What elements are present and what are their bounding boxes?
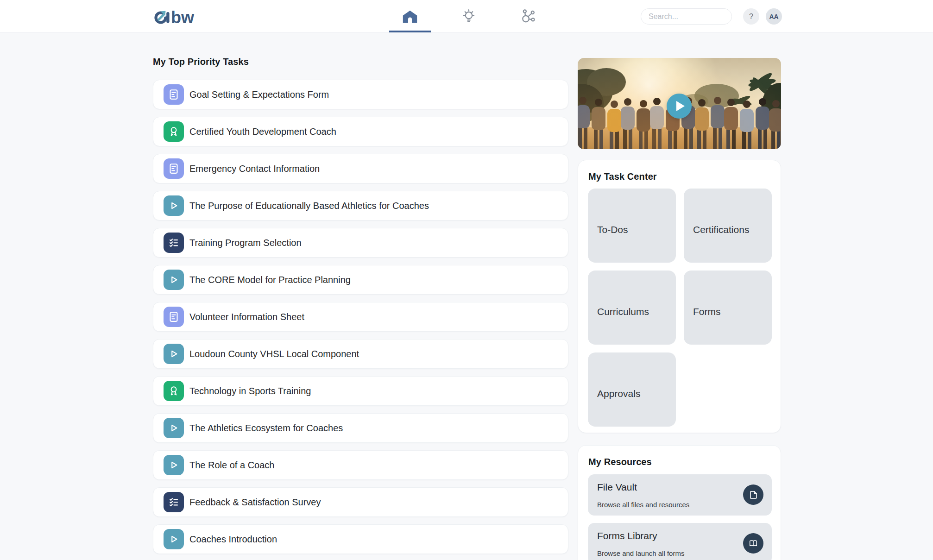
task-label: Emergency Contact Information [189, 164, 320, 174]
tasks-section-title: My Top Priority Tasks [153, 57, 249, 67]
tile-label: Curriculums [597, 306, 649, 317]
task-label: The Role of a Coach [189, 460, 274, 471]
certification-icon [164, 381, 184, 401]
task-item[interactable]: Goal Setting & Expectations Form [153, 80, 568, 109]
play-icon [676, 101, 685, 111]
nav-ideas-button[interactable] [459, 6, 479, 27]
task-label: Training Program Selection [189, 238, 302, 248]
task-item[interactable]: The Athletics Ecosystem for Coaches [153, 413, 568, 443]
nav-integrations-button[interactable] [517, 6, 538, 27]
play-icon [164, 195, 184, 216]
form-icon [164, 158, 184, 179]
task-label: Certified Youth Development Coach [189, 126, 336, 137]
resource-subtitle: Browse and launch all forms [597, 549, 684, 557]
task-item[interactable]: Feedback & Satisfaction Survey [153, 487, 568, 517]
task-item[interactable]: The Role of a Coach [153, 450, 568, 480]
task-center-card: My Task Center To-Dos Certifications Cur… [578, 160, 781, 433]
task-label: The CORE Model for Practice Planning [189, 275, 351, 285]
top-priority-task-list: Goal Setting & Expectations Form Certifi… [153, 80, 568, 560]
task-item[interactable]: Training Program Selection [153, 228, 568, 258]
resources-title: My Resources [588, 457, 652, 467]
task-item[interactable]: Volunteer Information Sheet [153, 302, 568, 332]
resource-list: File Vault Browse all files and resource… [588, 474, 772, 560]
nav-home-button[interactable] [400, 6, 420, 27]
tile-label: Approvals [597, 388, 640, 399]
play-icon [164, 418, 184, 438]
tile-label: Forms [693, 306, 721, 317]
task-label: Coaches Introduction [189, 534, 277, 545]
task-item[interactable]: Loudoun County VHSL Local Component [153, 339, 568, 369]
form-icon [164, 307, 184, 327]
play-icon [164, 344, 184, 364]
task-item[interactable]: Emergency Contact Information [153, 154, 568, 183]
task-label: Goal Setting & Expectations Form [189, 89, 329, 100]
search-box [641, 8, 732, 25]
checklist-icon [164, 233, 184, 253]
checklist-icon [164, 492, 184, 512]
tile-certifications[interactable]: Certifications [684, 189, 772, 263]
task-label: Feedback & Satisfaction Survey [189, 497, 321, 508]
task-item[interactable]: Coaches Introduction [153, 524, 568, 554]
form-icon [164, 84, 184, 105]
resource-forms-library[interactable]: Forms Library Browse and launch all form… [588, 523, 772, 560]
tile-approvals[interactable]: Approvals [588, 352, 676, 427]
task-item[interactable]: Technology in Sports Training [153, 376, 568, 406]
task-label: Volunteer Information Sheet [189, 312, 304, 322]
task-label: The Purpose of Educationally Based Athle… [189, 201, 429, 211]
search-input[interactable] [641, 13, 732, 21]
active-tab-underline [389, 31, 431, 32]
book-icon [743, 533, 763, 554]
app-header: bw ? AA [0, 0, 933, 32]
task-center-grid: To-Dos Certifications Curriculums Forms … [588, 189, 772, 427]
resources-card: My Resources File Vault Browse all files… [578, 445, 781, 560]
network-icon [519, 8, 536, 25]
primary-nav [0, 0, 933, 32]
task-label: The Athletics Ecosystem for Coaches [189, 423, 343, 434]
tile-to-dos[interactable]: To-Dos [588, 189, 676, 263]
resource-file-vault[interactable]: File Vault Browse all files and resource… [588, 474, 772, 516]
task-label: Loudoun County VHSL Local Component [189, 349, 359, 359]
task-item[interactable]: The CORE Model for Practice Planning [153, 265, 568, 295]
video-play-button[interactable] [667, 94, 692, 119]
file-icon [743, 484, 763, 505]
help-button[interactable]: ? [743, 8, 759, 25]
tile-curriculums[interactable]: Curriculums [588, 271, 676, 345]
resource-title: File Vault [597, 482, 637, 493]
task-item[interactable]: Certified Youth Development Coach [153, 117, 568, 146]
user-avatar[interactable]: AA [766, 8, 782, 25]
tile-label: Certifications [693, 224, 749, 235]
play-icon [164, 529, 184, 549]
resource-subtitle: Browse all files and resources [597, 501, 689, 509]
task-item[interactable]: The Purpose of Educationally Based Athle… [153, 191, 568, 220]
resource-title: Forms Library [597, 530, 657, 541]
task-label: Technology in Sports Training [189, 386, 311, 396]
certification-icon [164, 121, 184, 142]
tile-forms[interactable]: Forms [684, 271, 772, 345]
play-icon [164, 270, 184, 290]
tile-label: To-Dos [597, 224, 628, 235]
lightbulb-icon [460, 8, 477, 25]
home-icon [402, 8, 418, 25]
task-center-title: My Task Center [588, 171, 657, 182]
play-icon [164, 455, 184, 475]
